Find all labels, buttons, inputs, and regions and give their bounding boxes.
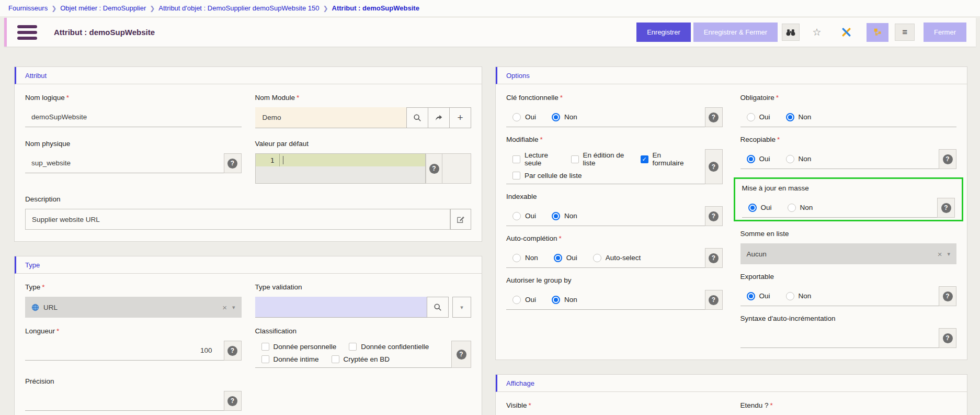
form-header: Attribut : demoSupWebsite Enregistrer En… <box>4 18 976 47</box>
field-type: Type* URL × <box>25 283 242 318</box>
cle-fonctionnelle-non-radio[interactable]: Non <box>552 113 577 121</box>
help-icon: ? <box>227 159 237 169</box>
required-asterisk: * <box>777 136 780 143</box>
syntaxe-auto-incrementation-input[interactable] <box>747 334 933 342</box>
classification-donnee-personnelle-checkbox[interactable]: Donnée personnelle <box>261 343 337 351</box>
precision-help-button[interactable]: ? <box>224 391 242 411</box>
longueur-help-button[interactable]: ? <box>224 341 242 361</box>
editor-line-number: 1 <box>256 154 280 166</box>
modifiable-en-formulaire-checkbox[interactable]: ✓En formulaire <box>641 151 686 167</box>
valeur-defaut-help-button[interactable]: ? <box>426 153 442 184</box>
auto-completion-non-radio[interactable]: Non <box>512 254 538 262</box>
field-label: Exportable <box>740 273 774 281</box>
required-asterisk: * <box>66 94 69 102</box>
cle-fonctionnelle-help-button[interactable]: ? <box>705 107 723 127</box>
group-by-non-radio[interactable]: Non <box>552 296 577 304</box>
somme-en-liste-select[interactable]: Aucun × ▾ <box>740 243 957 264</box>
field-nom-logique: Nom logique* <box>25 94 242 128</box>
cle-fonctionnelle-oui-radio[interactable]: Oui <box>512 113 536 121</box>
type-validation-input[interactable] <box>260 303 422 311</box>
exportable-non-radio[interactable]: Non <box>786 292 812 300</box>
nom-module-search-button[interactable] <box>406 107 428 128</box>
clear-icon[interactable]: × <box>938 250 942 259</box>
help-icon: ? <box>709 113 719 122</box>
recopiable-non-radio[interactable]: Non <box>786 155 812 163</box>
nom-module-add-button[interactable]: + <box>449 107 471 128</box>
default-value-code-editor[interactable]: 1 <box>255 153 426 184</box>
nom-module-reference-field[interactable]: Demo <box>255 107 407 128</box>
form-menu-icon[interactable] <box>17 25 37 40</box>
type-validation-search-button[interactable] <box>427 297 449 318</box>
syntaxe-help-button[interactable]: ? <box>939 328 956 348</box>
indexable-non-radio[interactable]: Non <box>552 212 577 220</box>
modifiable-lecture-seule-checkbox[interactable]: Lecture seule <box>512 151 559 167</box>
longueur-input[interactable] <box>31 346 218 354</box>
indexable-oui-radio[interactable]: Oui <box>512 212 536 220</box>
recopiable-oui-radio[interactable]: Oui <box>747 155 770 163</box>
classification-help-button[interactable]: ? <box>451 341 471 368</box>
indexable-help-button[interactable]: ? <box>705 206 723 226</box>
classification-donnee-intime-checkbox[interactable]: Donnée intime <box>261 355 319 363</box>
field-label: Nom Module <box>255 94 295 102</box>
edit-pencil-icon <box>457 215 465 223</box>
field-label: Obligatoire <box>740 94 774 102</box>
modifiable-help-button[interactable]: ? <box>705 149 723 184</box>
required-asterisk: * <box>42 283 44 291</box>
modifiable-par-cellule-checkbox[interactable]: Par cellule de liste <box>512 172 582 180</box>
chevron-down-icon: ▾ <box>947 251 950 257</box>
obligatoire-oui-radio[interactable]: Oui <box>747 113 770 121</box>
exportable-help-button[interactable]: ? <box>939 286 956 306</box>
field-nom-module: Nom Module* Demo <box>255 94 472 128</box>
auto-completion-oui-radio[interactable]: Oui <box>554 254 577 262</box>
recopiable-help-button[interactable]: ? <box>939 149 956 169</box>
nom-physique-help-button[interactable]: ? <box>224 153 242 173</box>
field-syntaxe-auto-incrementation: Syntaxe d'auto-incrémentation ? <box>740 315 957 348</box>
breadcrumb-link-objet-metier[interactable]: Objet métier : DemoSupplier <box>60 4 146 12</box>
field-label: Longueur <box>25 327 55 335</box>
mise-a-jour-masse-oui-radio[interactable]: Oui <box>748 204 772 212</box>
close-button[interactable]: Fermer <box>924 23 966 42</box>
nom-logique-input[interactable] <box>31 113 235 121</box>
save-button[interactable]: Enregistrer <box>636 23 691 42</box>
field-description: Description <box>25 195 471 230</box>
somme-en-liste-value: Aucun <box>747 250 767 258</box>
breadcrumb-link-fournisseurs[interactable]: Fournisseurs <box>8 4 48 12</box>
help-icon: ? <box>709 162 719 172</box>
breadcrumb-link-attribut-objet[interactable]: Attribut d'objet : DemoSupplier demoSupW… <box>158 4 319 12</box>
exportable-oui-radio[interactable]: Oui <box>747 292 770 300</box>
obligatoire-non-radio[interactable]: Non <box>786 113 812 121</box>
more-actions-button[interactable]: ≡ <box>895 24 915 41</box>
group-by-oui-radio[interactable]: Oui <box>512 296 536 304</box>
field-modifiable: Modifiable* Lecture seule En édition de … <box>506 136 723 184</box>
field-auto-completion: Auto-complétion* Non Oui Auto-select ? <box>506 234 723 268</box>
description-input[interactable] <box>32 216 443 223</box>
auto-completion-auto-select-radio[interactable]: Auto-select <box>593 254 641 262</box>
modifiable-edition-liste-checkbox[interactable]: En édition de liste <box>571 151 628 167</box>
valeur-defaut-extra-button[interactable] <box>442 153 471 184</box>
group-by-help-button[interactable]: ? <box>705 290 723 310</box>
nom-module-open-button[interactable] <box>428 107 450 128</box>
nom-physique-input[interactable] <box>31 159 218 167</box>
favorite-button[interactable]: ☆ <box>808 24 826 41</box>
classification-cryptee-bd-checkbox[interactable]: Cryptée en BD <box>332 355 390 363</box>
description-edit-button[interactable] <box>450 209 471 230</box>
auto-completion-help-button[interactable]: ? <box>705 248 723 268</box>
field-cle-fonctionnelle: Clé fonctionnelle* Oui Non ? <box>506 94 723 127</box>
type-select[interactable]: URL × ▾ <box>25 297 242 318</box>
save-and-close-button[interactable]: Enregistrer & Fermer <box>693 23 778 42</box>
help-icon: ? <box>709 211 719 221</box>
classification-donnee-confidentielle-checkbox[interactable]: Donnée confidentielle <box>349 343 429 351</box>
type-validation-dropdown-button[interactable]: ▾ <box>452 297 471 318</box>
editor-cursor <box>283 156 284 164</box>
field-obligatoire: Obligatoire* Oui Non <box>740 94 957 127</box>
precision-input[interactable] <box>31 397 218 405</box>
mise-a-jour-masse-non-radio[interactable]: Non <box>788 204 813 212</box>
mise-a-jour-masse-help-button[interactable]: ? <box>937 198 955 218</box>
search-binoculars-button[interactable] <box>782 24 800 41</box>
clear-icon[interactable]: × <box>222 303 227 312</box>
design-tools-button[interactable] <box>837 24 855 41</box>
help-icon: ? <box>941 203 951 213</box>
panel-affichage: Affichage Visible* Partout ▾ ? <box>495 374 967 415</box>
model-diagram-button[interactable] <box>867 23 888 42</box>
crossed-tools-icon <box>841 27 851 37</box>
